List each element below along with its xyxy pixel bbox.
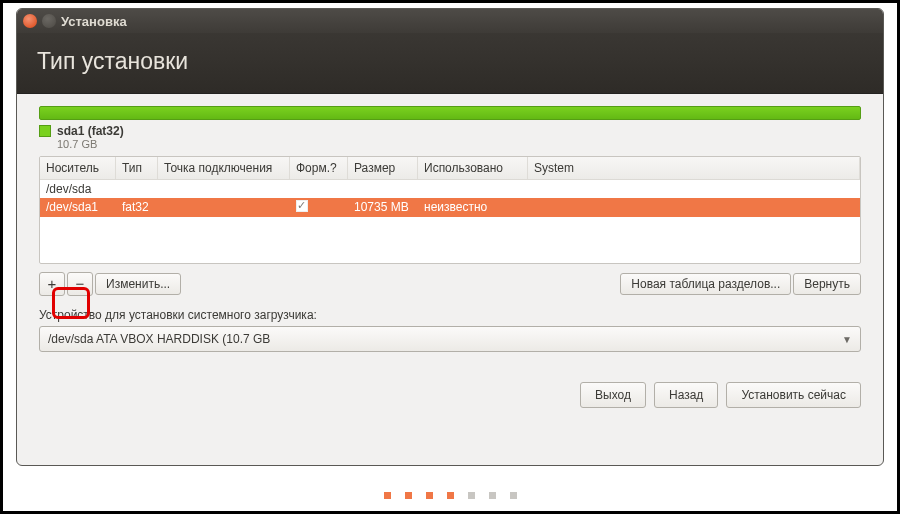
disk-usage-bar: [39, 106, 861, 120]
col-type[interactable]: Тип: [116, 157, 158, 179]
pager-dot: [489, 492, 496, 499]
window-title: Установка: [61, 14, 127, 29]
add-partition-button[interactable]: +: [39, 272, 65, 296]
installer-window: Установка Тип установки sda1 (fat32) 10.…: [16, 8, 884, 466]
partition-toolbar: + − Изменить... Новая таблица разделов..…: [39, 272, 861, 296]
checkbox-icon: [296, 200, 308, 212]
partition-color-swatch: [39, 125, 51, 137]
col-system[interactable]: System: [528, 157, 860, 179]
revert-button[interactable]: Вернуть: [793, 273, 861, 295]
back-button[interactable]: Назад: [654, 382, 718, 408]
col-used[interactable]: Использовано: [418, 157, 528, 179]
col-mount[interactable]: Точка подключения: [158, 157, 290, 179]
close-icon[interactable]: [23, 14, 37, 28]
titlebar: Установка: [17, 9, 883, 33]
pager-dot: [426, 492, 433, 499]
install-now-button[interactable]: Установить сейчас: [726, 382, 861, 408]
partition-legend-label: sda1 (fat32): [57, 124, 124, 138]
partition-table: Носитель Тип Точка подключения Форм.? Ра…: [39, 156, 861, 264]
quit-button[interactable]: Выход: [580, 382, 646, 408]
remove-partition-button[interactable]: −: [67, 272, 93, 296]
table-row[interactable]: /dev/sda: [40, 180, 860, 198]
cell-type: fat32: [116, 198, 158, 217]
cell-format: [290, 198, 348, 217]
partition-legend-size: 10.7 GB: [57, 138, 861, 150]
col-device[interactable]: Носитель: [40, 157, 116, 179]
pager-dot: [384, 492, 391, 499]
pager-dot: [447, 492, 454, 499]
pager-dot: [468, 492, 475, 499]
col-size[interactable]: Размер: [348, 157, 418, 179]
pager-dot: [405, 492, 412, 499]
cell-device: /dev/sda: [40, 180, 116, 198]
pager-dot: [510, 492, 517, 499]
cell-system: [528, 198, 860, 217]
cell-device: /dev/sda1: [40, 198, 116, 217]
cell-mount: [158, 198, 290, 217]
minimize-icon[interactable]: [42, 14, 56, 28]
wizard-footer: Выход Назад Установить сейчас: [39, 382, 861, 408]
col-format[interactable]: Форм.?: [290, 157, 348, 179]
change-partition-button[interactable]: Изменить...: [95, 273, 181, 295]
bootloader-device-value: /dev/sda ATA VBOX HARDDISK (10.7 GB: [48, 332, 270, 346]
step-pager: [3, 492, 897, 499]
bootloader-device-combo[interactable]: /dev/sda ATA VBOX HARDDISK (10.7 GB ▼: [39, 326, 861, 352]
cell-size: 10735 MB: [348, 198, 418, 217]
page-title: Тип установки: [17, 33, 883, 94]
table-row[interactable]: /dev/sda1 fat32 10735 MB неизвестно: [40, 198, 860, 217]
new-partition-table-button[interactable]: Новая таблица разделов...: [620, 273, 791, 295]
bootloader-label: Устройство для установки системного загр…: [39, 308, 861, 322]
chevron-down-icon: ▼: [842, 334, 852, 345]
cell-used: неизвестно: [418, 198, 528, 217]
